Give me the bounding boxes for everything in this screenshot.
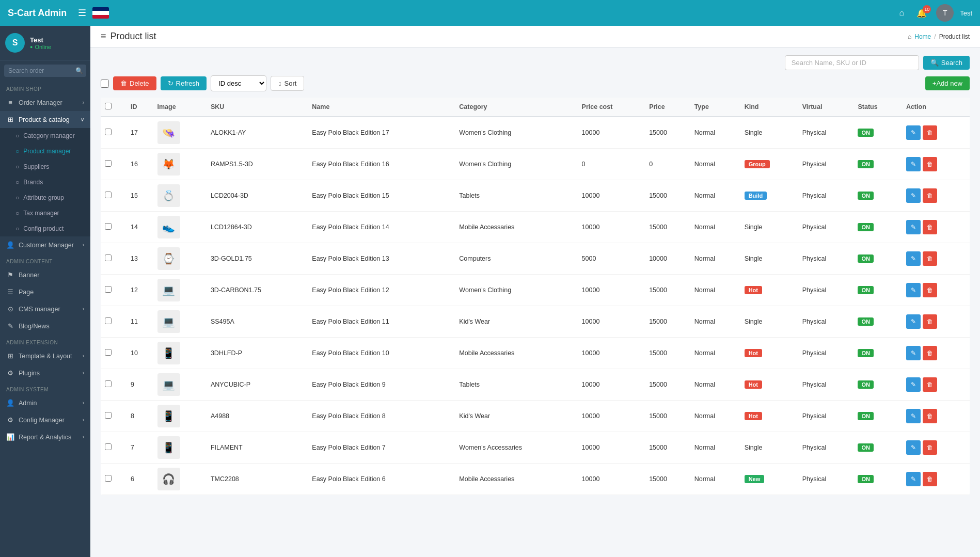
sidebar-sub-tax-manager[interactable]: ○ Tax manager	[0, 205, 90, 221]
language-flag[interactable]	[92, 7, 109, 19]
sidebar-item-plugins[interactable]: ⚙ Plugins ›	[0, 364, 90, 381]
sidebar-item-report-analytics[interactable]: 📊 Report & Analytics ›	[0, 428, 90, 445]
row-price-cost: 10000	[578, 306, 645, 338]
edit-button[interactable]: ✎	[906, 409, 921, 423]
edit-button[interactable]: ✎	[906, 220, 921, 234]
row-checkbox-cell	[101, 180, 127, 212]
refresh-button[interactable]: ↻ Refresh	[161, 76, 207, 90]
action-buttons: ✎ 🗑	[906, 409, 966, 423]
row-delete-button[interactable]: 🗑	[923, 440, 937, 455]
select-all-checkbox[interactable]	[101, 79, 109, 88]
sidebar-item-customer-manager[interactable]: 👤 Customer Manager ›	[0, 236, 90, 253]
row-delete-button[interactable]: 🗑	[923, 377, 937, 392]
home-icon[interactable]: ⌂	[899, 8, 904, 18]
edit-button[interactable]: ✎	[906, 251, 921, 266]
sidebar-item-cms-manager[interactable]: ⊙ CMS manager ›	[0, 300, 90, 317]
sidebar-sub-category-manager[interactable]: ○ Category manager	[0, 128, 90, 144]
edit-button[interactable]: ✎	[906, 314, 921, 329]
row-delete-button[interactable]: 🗑	[923, 314, 937, 329]
row-image: 📱	[153, 338, 207, 369]
edit-button[interactable]: ✎	[906, 346, 921, 360]
sidebar-item-admin[interactable]: 👤 Admin ›	[0, 394, 90, 411]
table-row: 14 👟 LCD12864-3D Easy Polo Black Edition…	[101, 212, 970, 243]
status-badge: ON	[858, 223, 874, 231]
row-checkbox[interactable]	[105, 317, 112, 324]
row-status: ON	[853, 180, 902, 212]
edit-button[interactable]: ✎	[906, 283, 921, 297]
row-price: 15000	[645, 117, 690, 149]
row-checkbox-cell	[101, 275, 127, 306]
row-kind: Group	[740, 149, 798, 180]
edit-button[interactable]: ✎	[906, 188, 921, 203]
edit-button[interactable]: ✎	[906, 125, 921, 140]
row-delete-button[interactable]: 🗑	[923, 409, 937, 423]
sort-select[interactable]: ID desc ID asc Name asc Name desc	[211, 75, 266, 91]
sidebar-item-product-catalog[interactable]: ⊞ Product & catalog ∨	[0, 111, 90, 128]
edit-button[interactable]: ✎	[906, 472, 921, 486]
col-virtual: Virtual	[798, 98, 854, 117]
row-checkbox[interactable]	[105, 286, 112, 293]
row-checkbox[interactable]	[105, 223, 112, 230]
row-checkbox[interactable]	[105, 129, 112, 135]
row-delete-button[interactable]: 🗑	[923, 188, 937, 203]
search-icon[interactable]: 🔍	[75, 67, 83, 74]
admin-icon: 👤	[6, 399, 14, 407]
delete-button[interactable]: 🗑 Delete	[113, 76, 156, 90]
row-checkbox[interactable]	[105, 349, 112, 356]
edit-button[interactable]: ✎	[906, 377, 921, 392]
sidebar-item-page[interactable]: ☰ Page	[0, 283, 90, 300]
sidebar-item-blog-news[interactable]: ✎ Blog/News	[0, 317, 90, 335]
kind-badge: Build	[745, 192, 767, 200]
sidebar-sub-suppliers[interactable]: ○ Suppliers	[0, 159, 90, 174]
row-checkbox[interactable]	[105, 254, 112, 261]
row-checkbox[interactable]	[105, 412, 112, 419]
row-type: Normal	[690, 338, 740, 369]
breadcrumb-home-link[interactable]: Home	[914, 33, 931, 40]
report-analytics-arrow: ›	[83, 434, 84, 440]
user-avatar[interactable]: T	[936, 4, 954, 22]
kind-value: Single	[745, 318, 763, 325]
edit-button[interactable]: ✎	[906, 157, 921, 171]
edit-button[interactable]: ✎	[906, 440, 921, 455]
config-product-icon: ○	[15, 225, 19, 232]
row-checkbox[interactable]	[105, 192, 112, 198]
sidebar-item-config-manager[interactable]: ⚙ Config Manager ›	[0, 411, 90, 428]
notification-icon[interactable]: 🔔 10	[916, 8, 927, 18]
sidebar-item-template-layout[interactable]: ⊞ Template & Layout ›	[0, 347, 90, 364]
row-checkbox[interactable]	[105, 475, 112, 482]
sidebar-item-order-manager[interactable]: ≡ Order Manager ›	[0, 94, 90, 111]
row-delete-button[interactable]: 🗑	[923, 125, 937, 140]
col-action: Action	[902, 98, 970, 117]
row-delete-button[interactable]: 🗑	[923, 283, 937, 297]
product-table: ID Image SKU Name Category Price cost Pr…	[101, 98, 970, 495]
row-delete-button[interactable]: 🗑	[923, 157, 937, 171]
sidebar-sub-config-product[interactable]: ○ Config product	[0, 221, 90, 236]
brands-icon: ○	[15, 179, 19, 186]
row-name: Easy Polo Black Edition 6	[308, 464, 455, 495]
row-delete-button[interactable]: 🗑	[923, 346, 937, 360]
sidebar-sub-brands[interactable]: ○ Brands	[0, 174, 90, 190]
row-status: ON	[853, 306, 902, 338]
row-delete-button[interactable]: 🗑	[923, 220, 937, 234]
row-delete-button[interactable]: 🗑	[923, 472, 937, 486]
add-new-button[interactable]: +Add new	[925, 76, 970, 90]
sidebar-sub-product-manager[interactable]: ○ Product manager	[0, 144, 90, 159]
attribute-group-icon: ○	[15, 194, 19, 201]
toolbar: 🗑 Delete ↻ Refresh ID desc ID asc Name a…	[101, 75, 970, 91]
action-buttons: ✎ 🗑	[906, 125, 966, 140]
row-delete-button[interactable]: 🗑	[923, 251, 937, 266]
sidebar-item-banner[interactable]: ⚑ Banner	[0, 266, 90, 283]
row-checkbox[interactable]	[105, 443, 112, 450]
row-checkbox[interactable]	[105, 380, 112, 387]
row-checkbox[interactable]	[105, 160, 112, 167]
header-checkbox[interactable]	[105, 103, 112, 109]
product-search-input[interactable]	[785, 55, 919, 70]
menu-icon[interactable]: ☰	[78, 7, 86, 19]
sort-button[interactable]: ↕ Sort	[271, 76, 304, 91]
product-search-button[interactable]: 🔍 Search	[923, 56, 970, 70]
sidebar-sub-attribute-group[interactable]: ○ Attribute group	[0, 190, 90, 205]
user-label[interactable]: Test	[960, 9, 972, 17]
report-analytics-icon: 📊	[6, 433, 14, 441]
row-sku: SS495A	[207, 306, 308, 338]
search-order-input[interactable]	[4, 65, 86, 77]
